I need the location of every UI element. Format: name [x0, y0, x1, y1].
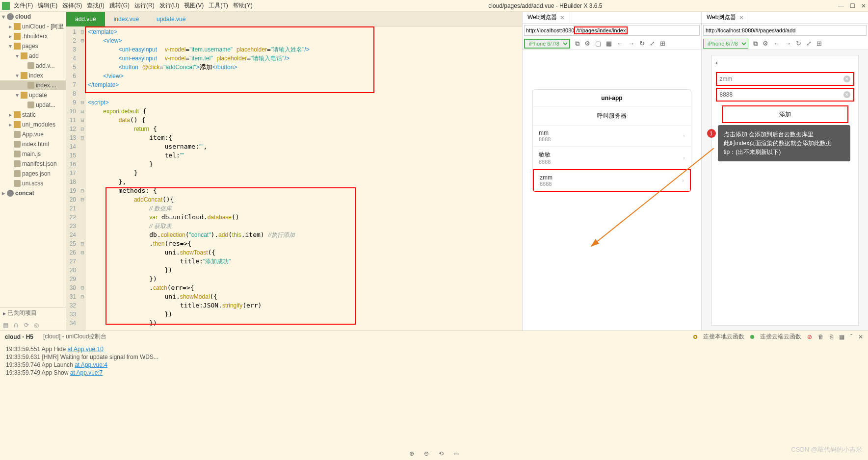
tree-item-label: update — [29, 92, 47, 99]
tree-item[interactable]: App.vue — [0, 129, 66, 139]
lock-icon[interactable]: ⤢ — [806, 40, 812, 47]
tree-item[interactable]: ▾update — [0, 90, 66, 100]
closed-projects[interactable]: ▸ 已关闭项目 — [0, 307, 66, 319]
tree-item[interactable]: ▸.hbuilderx — [0, 31, 66, 41]
console-tab-h5[interactable]: cloud - H5 — [5, 333, 33, 340]
panel-icon[interactable]: ▦ — [839, 333, 844, 340]
clear-icon[interactable]: ✕ — [843, 76, 850, 82]
list-item[interactable]: mm8888› — [533, 126, 691, 147]
back-icon[interactable]: ← — [617, 40, 623, 47]
new-window-icon[interactable]: ⧉ — [575, 40, 579, 48]
console-link[interactable]: at App.vue:4 — [75, 361, 107, 368]
tree-item[interactable]: ▾index — [0, 71, 66, 80]
copy-icon[interactable]: ⎘ — [830, 333, 833, 340]
close-icon[interactable]: ✕ — [858, 333, 863, 340]
tree-item[interactable]: uni.scss — [0, 179, 66, 188]
forward-icon[interactable]: → — [785, 40, 791, 47]
filter-icon[interactable]: ◎ — [34, 322, 39, 329]
menu-help[interactable]: 帮助(Y) — [233, 1, 253, 10]
tree-item[interactable]: ▸uniCloud - [阿里 — [0, 22, 66, 31]
tree-item[interactable]: pages.json — [0, 169, 66, 179]
add-button[interactable]: 添加 — [722, 105, 848, 123]
tree-item-label: add.v... — [36, 62, 54, 69]
tree-item[interactable]: ▾add — [0, 51, 66, 61]
device-select[interactable]: iPhone 6/7/8 — [703, 39, 748, 49]
menu-find[interactable]: 查找(I) — [87, 1, 104, 10]
url-left[interactable]: http://localhost:8080 — [526, 27, 574, 33]
console-link[interactable]: at App.vue:10 — [67, 346, 103, 353]
sync-icon[interactable]: ⟳ — [24, 322, 29, 329]
refresh-icon[interactable]: ↻ — [639, 40, 645, 47]
trash-icon[interactable]: 🗑 — [818, 333, 824, 340]
tree-item[interactable]: main.js — [0, 149, 66, 159]
lock-icon[interactable]: ⤢ — [650, 40, 655, 47]
tree-item[interactable]: ▾pages — [0, 41, 66, 51]
collapse-icon[interactable]: ˇ — [850, 333, 852, 340]
username-input[interactable]: zmm ✕ — [716, 72, 854, 86]
back-icon[interactable]: ← — [773, 40, 780, 47]
tree-item[interactable]: updat... — [0, 100, 66, 110]
close-icon[interactable]: ✕ — [739, 14, 744, 21]
preview2-tab[interactable]: Web浏览器 ✕ — [702, 12, 749, 23]
grid-icon[interactable]: ⊞ — [816, 40, 822, 47]
tree-item-label: uni_modules — [22, 121, 55, 128]
map-icon[interactable]: ▦ — [606, 40, 612, 47]
tree-item[interactable]: ▸static — [0, 110, 66, 120]
new-window-icon[interactable]: ⧉ — [753, 40, 758, 48]
minimize-icon[interactable]: — — [838, 2, 844, 9]
annotation-box-1 — [85, 26, 374, 93]
gear-icon[interactable]: ⚙ — [584, 40, 590, 47]
stop-icon[interactable]: ⊘ — [807, 333, 812, 340]
menu-run[interactable]: 运行(R) — [134, 1, 155, 10]
console-tabs: cloud - H5 [cloud] - uniCloud控制台 连接本地云函数… — [0, 331, 868, 342]
editor-area: add.vue index.vue update.vue 12345678910… — [66, 12, 522, 331]
gear-icon[interactable]: ⚙ — [763, 40, 768, 47]
preview-tab[interactable]: Web浏览器 ✕ — [523, 12, 570, 23]
editor-tabs: add.vue index.vue update.vue — [66, 12, 522, 26]
tree-root-concat[interactable]: ▸concat — [0, 188, 66, 198]
list-item[interactable]: zmm8888› — [533, 169, 691, 192]
menu-publish[interactable]: 发行(U) — [159, 1, 180, 10]
device-select[interactable]: iPhone 6/7/8 — [524, 39, 570, 49]
phone-icon[interactable]: ▢ — [595, 40, 601, 47]
console-tab-unicloud[interactable]: [cloud] - uniCloud控制台 — [43, 332, 106, 341]
clear-icon[interactable]: ✕ — [843, 91, 850, 98]
grid-icon[interactable]: ⊞ — [660, 40, 665, 47]
tree-item-label: index.html — [22, 141, 49, 148]
preview2-url-input[interactable] — [703, 25, 867, 36]
tab-update-vue[interactable]: update.vue — [148, 12, 194, 26]
tab-index-vue[interactable]: index.vue — [105, 12, 148, 26]
annotation-text: 点击添加 会添加到后台云数据库里此时index页面渲染的数据就会添加此数据tip… — [724, 130, 844, 156]
maximize-icon[interactable]: ☐ — [850, 2, 855, 9]
close-icon[interactable]: ✕ — [560, 14, 565, 21]
console-link[interactable]: at App.vue:7 — [70, 369, 103, 376]
tree-item[interactable]: ▸uni_modules — [0, 120, 66, 129]
refresh-icon[interactable]: ↻ — [796, 40, 801, 47]
list-item[interactable]: 敏敏8888› — [533, 147, 691, 169]
closed-projects-label: 已关闭项目 — [7, 309, 37, 317]
tab-add-vue[interactable]: add.vue — [66, 12, 105, 26]
menu-edit[interactable]: 编辑(E) — [38, 1, 57, 10]
close-icon[interactable]: ✕ — [861, 2, 866, 9]
menu-file[interactable]: 文件(F) — [14, 1, 33, 10]
tree-item[interactable]: index.html — [0, 139, 66, 149]
code-content[interactable]: <template> <view> <uni-easyinput v-model… — [86, 26, 522, 331]
tree-item[interactable]: manifest.json — [0, 159, 66, 169]
tree-item[interactable]: index.... — [0, 80, 66, 90]
tel-input[interactable]: 8888 ✕ — [716, 88, 854, 102]
back-button[interactable]: ‹ — [712, 55, 858, 70]
tree-root-cloud[interactable]: ▾cloud — [0, 12, 66, 22]
menu-select[interactable]: 选择(S) — [62, 1, 82, 10]
code-editor[interactable]: 1234567891011121314151617181920212223242… — [66, 26, 522, 331]
url-highlighted[interactable]: /#/pages/index/index — [574, 26, 628, 34]
folder-icon[interactable]: ▦ — [3, 322, 8, 329]
menu-tools[interactable]: 工具(T) — [209, 1, 228, 10]
menu-view[interactable]: 视图(V) — [184, 1, 204, 10]
console-output[interactable]: 19:33:59.551 App Hide at App.vue:1019:33… — [0, 342, 868, 383]
menu-goto[interactable]: 跳转(G) — [109, 1, 130, 10]
tree-item[interactable]: add.v... — [0, 61, 66, 71]
forward-icon[interactable]: → — [628, 40, 634, 47]
line-gutter: 1234567891011121314151617181920212223242… — [66, 26, 79, 331]
tree-root-label: cloud — [15, 13, 31, 20]
collapse-icon[interactable]: ⫛ — [13, 322, 19, 329]
